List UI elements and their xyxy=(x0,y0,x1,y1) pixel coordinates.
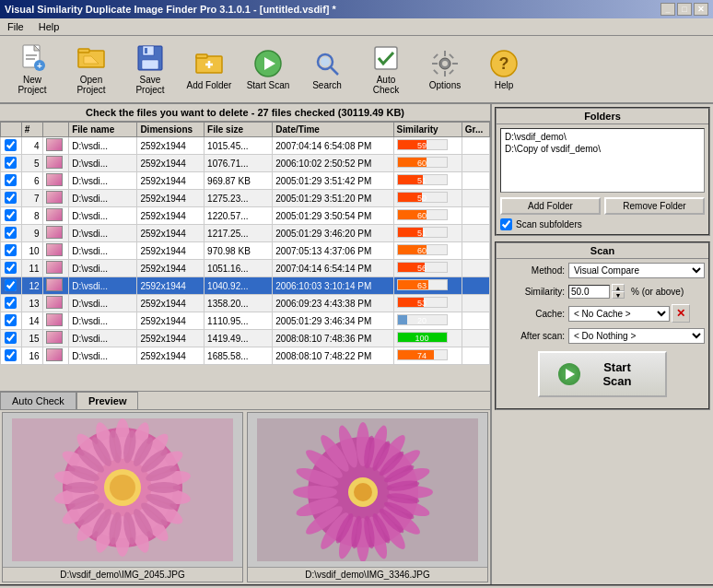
row-datetime: 2007:04:14 6:54:08 PM xyxy=(273,137,393,155)
cache-select[interactable]: < No Cache > Use Cache Rebuild Cache xyxy=(568,306,670,322)
row-thumb xyxy=(42,190,69,207)
start-scan-toolbar-button[interactable]: Start Scan xyxy=(240,45,296,94)
similarity-value: 50 xyxy=(398,193,447,204)
after-scan-label: After scan: xyxy=(500,331,565,341)
similarity-input-group: ▲ ▼ xyxy=(568,284,625,299)
col-group[interactable]: Gr... xyxy=(462,123,489,137)
row-dimensions: 2592x1944 xyxy=(137,137,205,155)
start-scan-play-icon xyxy=(558,363,580,385)
menu-help[interactable]: Help xyxy=(36,20,63,33)
search-label: Search xyxy=(312,80,342,90)
scan-subfolders-checkbox[interactable] xyxy=(500,218,512,230)
row-checkbox[interactable] xyxy=(5,279,17,291)
file-table[interactable]: # File name Dimensions File size Date/Ti… xyxy=(0,122,490,391)
row-checkbox-cell xyxy=(1,330,22,347)
tab-preview[interactable]: Preview xyxy=(76,392,139,409)
row-num: 7 xyxy=(21,190,42,207)
row-checkbox[interactable] xyxy=(5,349,17,361)
svg-rect-32 xyxy=(449,53,454,59)
cache-label: Cache: xyxy=(500,309,565,319)
similarity-up[interactable]: ▲ xyxy=(612,284,625,291)
similarity-input[interactable] xyxy=(568,285,610,299)
row-similarity: 74 xyxy=(393,347,462,365)
row-dimensions: 2592x1944 xyxy=(137,190,205,207)
row-checkbox[interactable] xyxy=(5,332,17,344)
row-similarity: 53 xyxy=(393,295,462,312)
similarity-down[interactable]: ▼ xyxy=(612,291,625,299)
row-checkbox-cell xyxy=(1,277,22,295)
tab-auto-check[interactable]: Auto Check xyxy=(0,392,76,409)
start-scan-panel-button[interactable]: Start Scan xyxy=(538,351,667,397)
row-checkbox[interactable] xyxy=(5,157,17,169)
row-group xyxy=(462,225,489,242)
help-label: Help xyxy=(495,80,514,90)
row-dimensions: 2592x1944 xyxy=(137,260,205,277)
preview-left: D:\vsdif_demo\IMG_2045.JPG xyxy=(2,412,243,582)
row-checkbox[interactable] xyxy=(5,139,17,151)
folder-item-2: D:\Copy of vsdif_demo\ xyxy=(503,143,702,155)
remove-folder-button[interactable]: Remove Folder xyxy=(604,197,705,215)
maximize-button[interactable]: □ xyxy=(677,3,692,16)
row-num: 9 xyxy=(21,225,42,242)
svg-rect-31 xyxy=(433,69,438,75)
add-folder-panel-button[interactable]: Add Folder xyxy=(500,197,601,215)
method-row: Method: Visual Compare Histogram Exact D… xyxy=(500,263,705,278)
close-button[interactable]: ✕ xyxy=(694,3,708,16)
row-checkbox-cell xyxy=(1,190,22,207)
row-checkbox[interactable] xyxy=(5,209,17,221)
help-icon: ? xyxy=(489,49,519,78)
add-folder-button[interactable]: Add Folder xyxy=(181,45,237,94)
svg-point-111 xyxy=(354,483,372,501)
cache-delete-button[interactable]: ✕ xyxy=(672,304,690,323)
menu-file[interactable]: File xyxy=(5,20,27,33)
row-checkbox[interactable] xyxy=(5,244,17,256)
start-scan-container: Start Scan xyxy=(500,351,705,397)
method-select[interactable]: Visual Compare Histogram Exact Duplicate xyxy=(568,263,705,278)
options-label: Options xyxy=(429,80,461,90)
row-checkbox[interactable] xyxy=(5,174,17,186)
row-filename: D:\vsdi... xyxy=(69,260,137,277)
row-checkbox[interactable] xyxy=(5,314,17,326)
row-thumbnail xyxy=(46,173,63,186)
row-filename: D:\vsdi... xyxy=(69,190,137,207)
row-thumb xyxy=(42,295,69,312)
row-filename: D:\vsdi... xyxy=(69,137,137,155)
start-scan-toolbar-icon xyxy=(253,49,283,78)
preview-right-image xyxy=(248,413,487,567)
svg-rect-27 xyxy=(432,63,438,65)
col-datetime[interactable]: Date/Time xyxy=(273,123,393,137)
row-checkbox[interactable] xyxy=(5,262,17,274)
search-button[interactable]: Search xyxy=(299,45,355,94)
row-thumbnail xyxy=(46,331,63,344)
auto-check-button[interactable]: Auto Check xyxy=(358,40,414,99)
after-scan-select[interactable]: < Do Nothing > Auto Check Open Results xyxy=(568,328,705,344)
svg-point-21 xyxy=(321,57,330,66)
new-project-button[interactable]: + New Project xyxy=(5,40,60,99)
minimize-button[interactable]: _ xyxy=(660,3,675,16)
save-project-button[interactable]: Save Project xyxy=(123,40,178,99)
open-project-button[interactable]: Open Project xyxy=(64,40,119,99)
col-dimensions[interactable]: Dimensions xyxy=(137,123,205,137)
add-folder-label: Add Folder xyxy=(187,80,232,90)
col-num[interactable]: # xyxy=(21,123,42,137)
row-filename: D:\vsdi... xyxy=(69,207,137,225)
row-checkbox[interactable] xyxy=(5,227,17,239)
row-checkbox[interactable] xyxy=(5,192,17,204)
row-thumb xyxy=(42,260,69,277)
similarity-value: 63 xyxy=(398,280,447,291)
row-filename: D:\vsdi... xyxy=(69,242,137,260)
col-filesize[interactable]: File size xyxy=(205,123,273,137)
row-checkbox[interactable] xyxy=(5,297,17,309)
col-filename[interactable]: File name xyxy=(69,123,137,137)
help-button[interactable]: ? Help xyxy=(476,45,532,94)
svg-rect-12 xyxy=(142,60,158,69)
row-filename: D:\vsdi... xyxy=(69,277,137,295)
row-datetime: 2008:08:10 7:48:36 PM xyxy=(273,330,393,347)
col-similarity[interactable]: Similarity xyxy=(393,123,462,137)
options-button[interactable]: Options xyxy=(417,45,473,94)
similarity-value: 53 xyxy=(398,298,447,309)
row-dimensions: 2592x1944 xyxy=(137,277,205,295)
row-dimensions: 2592x1944 xyxy=(137,295,205,312)
open-project-label: Open Project xyxy=(68,75,114,95)
row-thumbnail xyxy=(46,191,63,204)
